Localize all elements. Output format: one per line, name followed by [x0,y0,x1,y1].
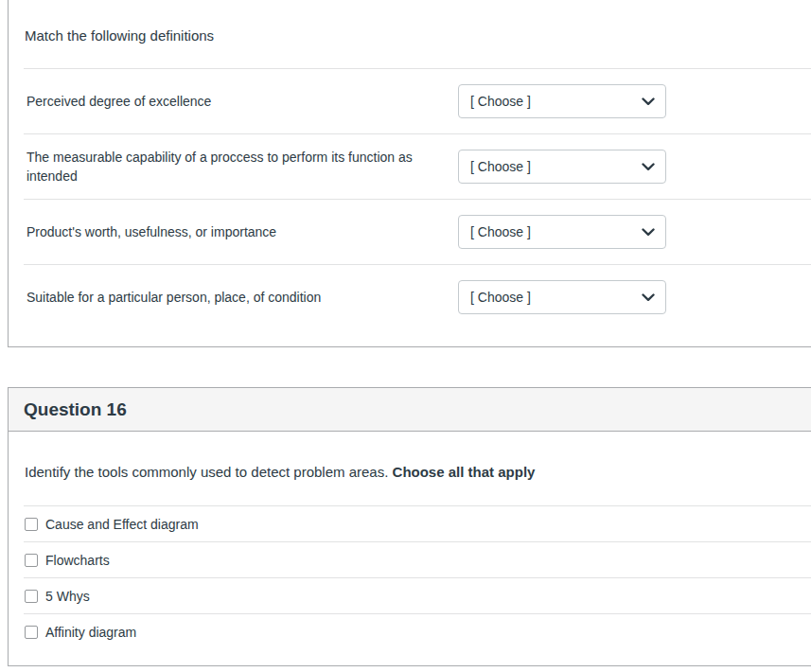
question-prompt-text: Identify the tools commonly used to dete… [25,464,393,480]
checkbox[interactable] [25,626,38,639]
choose-dropdown[interactable]: [ Choose ] [458,84,666,118]
choose-dropdown[interactable]: [ Choose ] [458,280,666,314]
matching-question-prompt: Match the following definitions [25,26,811,45]
answer-row: Flowcharts [24,541,811,577]
match-row: The measurable capability of a proccess … [24,133,811,199]
match-row: Product's worth, usefulness, or importan… [24,199,811,264]
answer-list: Cause and Effect diagram Flowcharts 5 Wh… [24,505,811,649]
matching-rows: Perceived degree of excellence [ Choose … [24,68,811,346]
checkbox-label[interactable]: Cause and Effect diagram [45,517,199,532]
checkbox-label[interactable]: Flowcharts [45,553,110,568]
match-row: Perceived degree of excellence [ Choose … [24,68,811,133]
question-16-panel: Question 16 Identify the tools commonly … [8,387,811,666]
question-title: Question 16 [24,399,127,420]
chevron-down-icon [642,293,655,302]
answer-row: 5 Whys [24,577,811,613]
checkbox[interactable] [25,590,38,603]
question-prompt-emphasis: Choose all that apply [393,464,536,480]
choose-dropdown[interactable]: [ Choose ] [458,150,666,184]
question-header: Question 16 [9,388,811,432]
match-row: Suitable for a particular person, place,… [24,264,811,329]
checkbox-label[interactable]: Affinity diagram [45,625,136,640]
choose-dropdown-value: [ Choose ] [470,290,531,305]
definition-text: Suitable for a particular person, place,… [24,288,450,307]
definition-text: Perceived degree of excellence [24,92,450,111]
answer-row: Affinity diagram [24,613,811,649]
answer-row: Cause and Effect diagram [24,505,811,541]
checkbox[interactable] [25,518,38,531]
definition-text: Product's worth, usefulness, or importan… [24,222,450,241]
checkbox[interactable] [25,554,38,567]
choose-dropdown-value: [ Choose ] [470,94,531,109]
chevron-down-icon [642,163,655,171]
question-prompt: Identify the tools commonly used to dete… [25,462,811,482]
definition-text: The measurable capability of a proccess … [24,148,450,186]
chevron-down-icon [642,228,655,237]
choose-dropdown-value: [ Choose ] [470,224,531,239]
choose-dropdown-value: [ Choose ] [470,159,531,174]
matching-question-panel: Match the following definitions Perceive… [8,0,811,347]
chevron-down-icon [642,97,655,106]
choose-dropdown[interactable]: [ Choose ] [458,215,666,249]
checkbox-label[interactable]: 5 Whys [45,589,90,604]
